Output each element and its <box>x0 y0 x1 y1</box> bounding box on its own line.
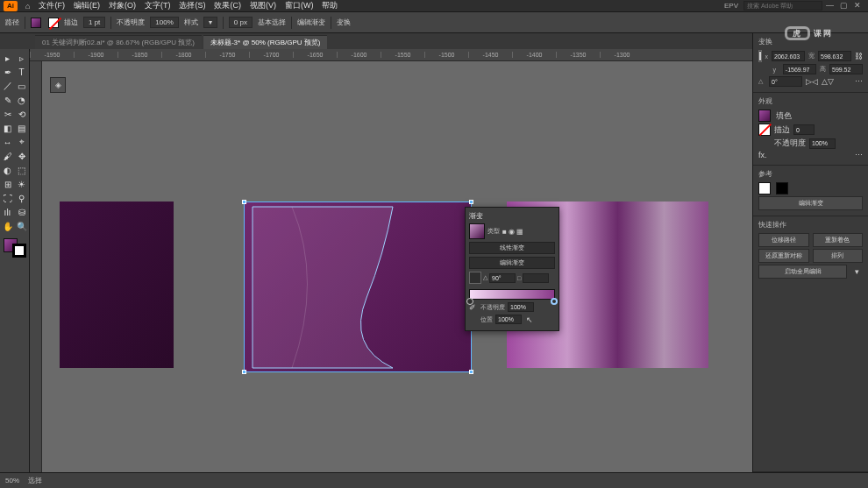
gradient-slider[interactable] <box>469 289 555 300</box>
canvas[interactable] <box>42 61 752 472</box>
qa-recolor[interactable]: 重新着色 <box>813 233 864 247</box>
mesh-tool[interactable]: ✥ <box>15 149 29 163</box>
opt-stroke-weight[interactable]: 1 pt <box>83 17 105 28</box>
tab-doc-1[interactable]: 01 关键词判断02.ai* @ 86.67% (RGB/GPU 预览) <box>35 35 202 49</box>
menu-window[interactable]: 窗口(W) <box>281 0 318 11</box>
opacity-input[interactable] <box>809 138 836 149</box>
handle-tr[interactable] <box>469 200 473 204</box>
qa-arrange[interactable]: 排列 <box>813 249 864 263</box>
shaper-tool[interactable]: ◔ <box>15 93 29 107</box>
artboard-1[interactable] <box>60 202 174 368</box>
qa-undo-mirror[interactable]: 还原重新对称 <box>758 249 809 263</box>
gradient-type-value[interactable]: 线性渐变 <box>469 242 555 254</box>
menu-effect[interactable]: 效果(C) <box>210 0 245 11</box>
fx-label[interactable]: fx. <box>758 151 767 159</box>
search-input[interactable] <box>743 1 822 11</box>
edit-gradient-button[interactable]: 编辑渐变 <box>469 257 555 269</box>
eraser-tool[interactable]: ✂ <box>1 107 15 121</box>
stroke-weight-input[interactable] <box>793 124 815 135</box>
y-input[interactable] <box>783 64 816 74</box>
handle-br[interactable] <box>469 370 473 374</box>
gradient-preview-swatch[interactable] <box>469 223 485 239</box>
opt-fill-swatch[interactable] <box>31 18 41 28</box>
free-transform-tool[interactable]: ↔ <box>1 135 15 149</box>
selection-tool[interactable]: ▸ <box>1 51 15 65</box>
stroke-swatch[interactable] <box>758 124 771 136</box>
swatch-black[interactable] <box>776 182 788 194</box>
menu-object[interactable]: 对象(O) <box>104 0 140 11</box>
opt-style-dropdown[interactable]: ▾ <box>203 17 217 28</box>
gradient-stop-1[interactable] <box>466 298 473 305</box>
stroke-gradient-icon[interactable] <box>469 272 481 284</box>
gradient-panel-title: 渐变 <box>469 211 555 221</box>
opt-opacity-value[interactable]: 100% <box>150 17 178 28</box>
gradient-panel[interactable]: 渐变 类型 ■ ◉ ▦ 线性渐变 编辑渐变 △ □ ✐ 不透明度 位置 ↖ <box>465 207 559 331</box>
hand-tool[interactable]: ✋ <box>1 219 15 233</box>
expand-icon[interactable]: ▾ <box>850 267 863 276</box>
handle-tl[interactable] <box>242 200 246 204</box>
floating-layer-icon[interactable]: ◈ <box>50 77 66 93</box>
appearance-section-title: 外观 <box>758 96 863 106</box>
gradient-stop-2[interactable] <box>551 298 558 305</box>
menu-edit[interactable]: 编辑(E) <box>69 0 104 11</box>
eyedropper-tool[interactable]: ⬚ <box>15 163 29 177</box>
fill-stroke-swatch[interactable] <box>4 238 26 258</box>
workspace-switcher[interactable]: EPV <box>724 2 738 10</box>
width-tool[interactable]: ▤ <box>15 121 29 135</box>
maximize-icon[interactable]: ▢ <box>840 1 850 11</box>
zoom-level[interactable]: 50% <box>5 477 19 484</box>
link-icon[interactable]: ⛓ <box>855 52 863 60</box>
gradient-opacity-input[interactable] <box>508 302 534 312</box>
opt-transform-label[interactable]: 变换 <box>337 18 351 27</box>
print-tiling-tool[interactable]: ⛁ <box>15 205 29 219</box>
home-icon[interactable]: ⌂ <box>21 2 34 11</box>
menu-select[interactable]: 选择(S) <box>174 0 210 11</box>
more-options-icon[interactable]: ⋯ <box>855 77 863 86</box>
slice-tool[interactable]: ⚲ <box>15 191 29 205</box>
shape-builder-tool[interactable]: ⌖ <box>15 135 29 149</box>
type-tool[interactable]: T <box>15 65 29 79</box>
menu-view[interactable]: 视图(V) <box>245 0 281 11</box>
close-icon[interactable]: ✕ <box>854 1 864 11</box>
artboard-tool[interactable]: ⛶ <box>1 191 15 205</box>
menu-file[interactable]: 文件(F) <box>34 0 69 11</box>
direct-selection-tool[interactable]: ▹ <box>15 51 29 65</box>
ref-point-icon[interactable] <box>758 50 762 62</box>
edit-gradient-button[interactable]: 编辑渐变 <box>758 196 863 210</box>
pen-tool[interactable]: ✒ <box>1 65 15 79</box>
handle-bl[interactable] <box>242 370 246 374</box>
menu-help[interactable]: 帮助 <box>317 0 342 11</box>
paintbrush-tool[interactable]: ✎ <box>1 93 15 107</box>
h-input[interactable] <box>829 64 863 74</box>
line-tool[interactable]: ／ <box>1 79 15 93</box>
flip-h-icon[interactable]: ▷◁ <box>806 77 818 86</box>
menu-type[interactable]: 文字(T) <box>140 0 175 11</box>
minimize-icon[interactable]: — <box>826 1 836 11</box>
angle-input[interactable] <box>769 76 802 87</box>
gradient-aspect-input[interactable] <box>523 273 549 283</box>
opt-gradient-label[interactable]: 编辑渐变 <box>297 18 325 27</box>
blend-tool[interactable]: ⊞ <box>1 177 15 191</box>
gradient-angle-input[interactable] <box>489 273 516 283</box>
opt-pt-value[interactable]: 0 px <box>229 17 253 28</box>
symbol-tool[interactable]: ☀ <box>15 177 29 191</box>
opt-stroke-swatch[interactable] <box>48 18 59 28</box>
tab-doc-2[interactable]: 未标题-3* @ 50% (RGB/GPU 预览) <box>203 35 327 49</box>
qa-global-edit[interactable]: 启动全局编辑 <box>758 265 847 279</box>
swatch-white[interactable] <box>758 182 771 194</box>
fill-swatch[interactable] <box>758 110 771 122</box>
artboard-2-selected[interactable] <box>244 202 472 372</box>
gradient-location-input[interactable] <box>495 315 522 324</box>
more-options-icon[interactable]: ⋯ <box>855 151 863 159</box>
qa-offset-path[interactable]: 位移路径 <box>758 233 809 247</box>
rectangle-tool[interactable]: ▭ <box>15 79 29 93</box>
gradient-tool[interactable]: ◐ <box>1 163 15 177</box>
w-input[interactable] <box>818 51 851 61</box>
flip-v-icon[interactable]: △▽ <box>822 77 834 86</box>
scale-tool[interactable]: ◧ <box>1 121 15 135</box>
perspective-tool[interactable]: 🖌 <box>1 149 15 163</box>
column-graph-tool[interactable]: ılı <box>1 205 15 219</box>
zoom-tool[interactable]: 🔍 <box>15 219 29 233</box>
x-input[interactable] <box>772 51 805 61</box>
rotate-tool[interactable]: ⟲ <box>15 107 29 121</box>
